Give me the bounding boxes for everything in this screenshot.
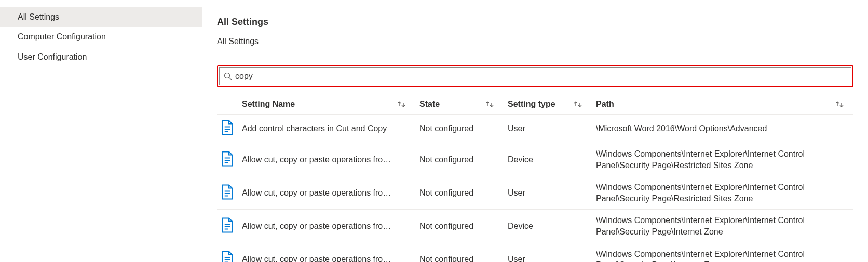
cell-path: \Windows Components\Internet Explorer\In…	[592, 176, 853, 210]
sidebar: All Settings Computer Configuration User…	[0, 0, 202, 262]
sort-icon[interactable]	[485, 101, 494, 108]
col-header-state-label: State	[419, 100, 440, 109]
document-icon	[221, 259, 234, 262]
sort-icon[interactable]	[397, 101, 406, 108]
layout: All Settings Computer Configuration User…	[0, 0, 868, 262]
cell-path: \Windows Components\Internet Explorer\In…	[592, 210, 853, 243]
svg-line-1	[229, 77, 232, 80]
cell-path: \Windows Components\Internet Explorer\In…	[592, 243, 853, 262]
table-header-row: Setting Name State	[217, 94, 853, 115]
sidebar-item-all-settings[interactable]: All Settings	[0, 7, 202, 27]
cell-name: Allow cut, copy or paste operations fro…	[238, 210, 415, 243]
col-header-path-label: Path	[596, 100, 614, 109]
cell-name: Allow cut, copy or paste operations fro…	[238, 143, 415, 176]
breadcrumb[interactable]: All Settings	[217, 37, 853, 56]
document-icon	[221, 226, 234, 235]
table-row[interactable]: Allow cut, copy or paste operations fro……	[217, 243, 853, 262]
table-body: Add control characters in Cut and Copy N…	[217, 115, 853, 263]
document-icon	[221, 192, 234, 201]
cell-name: Add control characters in Cut and Copy	[238, 115, 415, 143]
table-row[interactable]: Allow cut, copy or paste operations fro……	[217, 143, 853, 176]
cell-type: User	[504, 115, 592, 143]
col-header-path[interactable]: Path	[592, 94, 853, 115]
svg-point-0	[225, 73, 230, 78]
cell-type: Device	[504, 210, 592, 243]
cell-state: Not configured	[415, 143, 504, 176]
document-icon	[221, 159, 234, 168]
table-row[interactable]: Allow cut, copy or paste operations fro……	[217, 210, 853, 243]
cell-path: \Microsoft Word 2016\Word Options\Advanc…	[592, 115, 853, 143]
search-icon	[224, 72, 232, 80]
main: All Settings All Settings	[202, 0, 868, 262]
sort-icon[interactable]	[835, 101, 844, 108]
col-header-name-label: Setting Name	[242, 100, 295, 109]
col-header-state[interactable]: State	[415, 94, 504, 115]
cell-state: Not configured	[415, 210, 504, 243]
sidebar-item-computer-configuration[interactable]: Computer Configuration	[0, 27, 202, 47]
cell-type: User	[504, 243, 592, 262]
cell-path: \Windows Components\Internet Explorer\In…	[592, 143, 853, 176]
sort-icon[interactable]	[573, 101, 582, 108]
document-icon	[221, 128, 234, 137]
cell-type: User	[504, 176, 592, 210]
search-box[interactable]	[219, 67, 851, 85]
col-header-type[interactable]: Setting type	[504, 94, 592, 115]
col-header-name[interactable]: Setting Name	[238, 94, 415, 115]
cell-name: Allow cut, copy or paste operations fro…	[238, 176, 415, 210]
sidebar-item-user-configuration[interactable]: User Configuration	[0, 47, 202, 67]
table-row[interactable]: Add control characters in Cut and Copy N…	[217, 115, 853, 143]
page-title: All Settings	[217, 17, 853, 27]
search-highlight	[217, 65, 853, 87]
cell-state: Not configured	[415, 176, 504, 210]
col-header-type-label: Setting type	[508, 100, 555, 109]
cell-state: Not configured	[415, 115, 504, 143]
cell-state: Not configured	[415, 243, 504, 262]
cell-name: Allow cut, copy or paste operations fro…	[238, 243, 415, 262]
search-input[interactable]	[235, 72, 847, 81]
table-row[interactable]: Allow cut, copy or paste operations fro……	[217, 176, 853, 210]
cell-type: Device	[504, 143, 592, 176]
settings-table: Setting Name State	[217, 94, 853, 262]
